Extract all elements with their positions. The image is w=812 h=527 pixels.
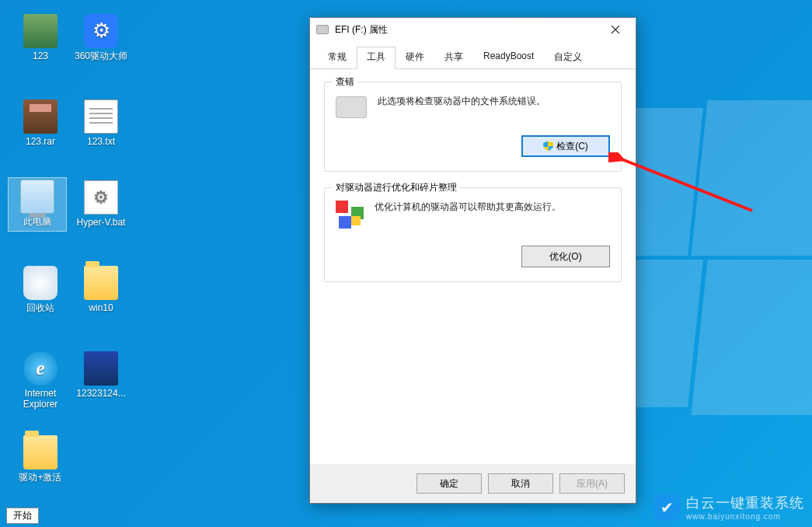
close-button[interactable] xyxy=(598,19,633,40)
group-legend: 对驱动器进行优化和碎片整理 xyxy=(333,181,460,194)
dialog-title: EFI (F:) 属性 xyxy=(335,23,388,37)
desktop-icon-ie[interactable]: Internet Explorer xyxy=(11,351,70,410)
close-icon xyxy=(611,25,620,34)
icon-label: Internet Explorer xyxy=(23,388,58,410)
desktop-icon-img[interactable]: 12323124... xyxy=(71,351,131,400)
icon-label: 123 xyxy=(33,51,48,61)
tab-general[interactable]: 常规 xyxy=(318,47,357,69)
icon-label: 驱动+激活 xyxy=(19,472,61,483)
dialog-footer: 确定 取消 应用(A) xyxy=(310,464,636,503)
icon-label: Hyper-V.bat xyxy=(77,217,126,228)
tab-strip: 常规 工具 硬件 共享 ReadyBoost 自定义 xyxy=(310,41,636,69)
icon-label: 此电脑 xyxy=(23,216,51,227)
drive-icon xyxy=(316,25,329,34)
optimize-icon xyxy=(336,201,364,229)
desktop-icon-win10[interactable]: win10 xyxy=(71,266,131,314)
desktop-icon-txt[interactable]: 123.txt xyxy=(71,99,131,148)
tab-tools[interactable]: 工具 xyxy=(357,47,396,69)
icon-label: 123.txt xyxy=(87,136,115,147)
watermark-icon: ✔ xyxy=(653,494,680,521)
desktop-icon-bat[interactable]: Hyper-V.bat xyxy=(71,180,131,229)
group-desc: 此选项将检查驱动器中的文件系统错误。 xyxy=(378,95,545,108)
desktop-icon-360[interactable]: 360驱动大师 xyxy=(71,14,131,62)
desktop-icon-driver[interactable]: 驱动+激活 xyxy=(11,435,70,483)
titlebar[interactable]: EFI (F:) 属性 xyxy=(310,18,636,41)
dialog-body: 查错 此选项将检查驱动器中的文件系统错误。 检查(C) 对驱动器进行优化和碎片整… xyxy=(310,69,636,464)
ok-button[interactable]: 确定 xyxy=(416,473,482,494)
group-optimize: 对驱动器进行优化和碎片整理 优化计算机的驱动器可以帮助其更高效运行。 优化(O) xyxy=(324,187,622,282)
optimize-button[interactable]: 优化(O) xyxy=(521,246,610,267)
desktop-icon-recyclebin[interactable]: 回收站 xyxy=(11,266,70,314)
check-button[interactable]: 检查(C) xyxy=(521,135,610,157)
button-label: 优化(O) xyxy=(549,250,581,264)
watermark-text: 白云一键重装系统 xyxy=(686,494,804,512)
icon-label: 回收站 xyxy=(26,302,54,313)
icon-label: 360驱动大师 xyxy=(75,51,127,61)
icon-label: win10 xyxy=(89,302,113,313)
tab-readyboost[interactable]: ReadyBoost xyxy=(473,47,544,69)
group-desc: 优化计算机的驱动器可以帮助其更高效运行。 xyxy=(375,201,561,214)
apply-button[interactable]: 应用(A) xyxy=(559,473,625,494)
cancel-button[interactable]: 取消 xyxy=(488,473,553,494)
desktop-icon-thispc[interactable]: 此电脑 xyxy=(8,177,67,232)
watermark: ✔ 白云一键重装系统 www.baiyunxitong.com xyxy=(653,494,804,521)
group-legend: 查错 xyxy=(333,75,357,89)
desktop-icon-rar[interactable]: 123.rar xyxy=(11,99,70,148)
shield-icon xyxy=(543,141,553,152)
start-button[interactable]: 开始 xyxy=(6,508,39,524)
tab-custom[interactable]: 自定义 xyxy=(544,47,592,69)
group-errorcheck: 查错 此选项将检查驱动器中的文件系统错误。 检查(C) xyxy=(324,82,622,172)
icon-label: 123.rar xyxy=(26,136,55,147)
desktop-icon-123[interactable]: 123 xyxy=(11,14,70,62)
button-label: 检查(C) xyxy=(556,140,588,153)
drive-small-icon xyxy=(336,96,367,118)
tab-hardware[interactable]: 硬件 xyxy=(396,47,434,69)
properties-dialog: EFI (F:) 属性 常规 工具 硬件 共享 ReadyBoost 自定义 查… xyxy=(309,17,636,504)
watermark-url: www.baiyunxitong.com xyxy=(686,512,804,521)
tab-sharing[interactable]: 共享 xyxy=(434,47,473,69)
icon-label: 12323124... xyxy=(76,388,125,399)
